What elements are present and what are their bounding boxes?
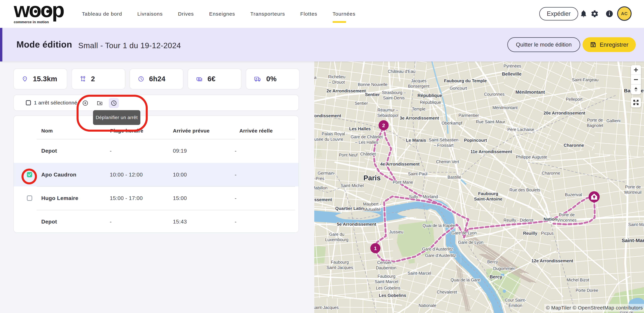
svg-text:République: République [420, 100, 441, 104]
svg-text:Gallieni: Gallieni [606, 118, 620, 123]
svg-text:Saint-Fargeau: Saint-Fargeau [572, 78, 598, 82]
svg-text:ondissement: ondissement [314, 113, 341, 118]
svg-text:Porte de: Porte de [625, 184, 641, 189]
svg-text:Pont Marie: Pont Marie [393, 180, 413, 184]
svg-text:3e Arrondissement: 3e Arrondissement [400, 116, 439, 120]
svg-text:Richelieu: Richelieu [328, 74, 346, 79]
svg-text:République: République [418, 93, 442, 98]
svg-text:Rue Saint-Maur: Rue Saint-Maur [476, 120, 505, 124]
svg-text:Saint-Paul: Saint-Paul [408, 172, 427, 176]
svg-text:Chemin Vert: Chemin Vert [436, 159, 459, 164]
svg-text:Mabillon: Mabillon [314, 186, 328, 190]
svg-text:Porte de: Porte de [559, 212, 575, 217]
svg-text:Gare d'Austerlitz: Gare d'Austerlitz [425, 253, 456, 258]
svg-text:Germain-: Germain- [318, 171, 335, 176]
svg-text:Les Gobelins: Les Gobelins [376, 286, 400, 290]
svg-text:11e Arrondissement: 11e Arrondissement [470, 149, 512, 154]
svg-text:Censier –: Censier – [377, 260, 395, 265]
svg-text:Vincennes: Vincennes [557, 218, 576, 222]
svg-text:Saint-Michel: Saint-Michel [341, 183, 364, 188]
svg-text:Reuilly - Diderot: Reuilly - Diderot [504, 218, 533, 222]
svg-text:Quartier Latin: Quartier Latin [335, 206, 364, 211]
svg-text:Saint-Marcel: Saint-Marcel [375, 279, 398, 284]
svg-text:– Froissart: – Froissart [434, 143, 454, 148]
svg-text:1: 1 [374, 246, 377, 251]
svg-text:Ba: Ba [624, 88, 630, 93]
svg-text:2: 2 [382, 122, 385, 128]
svg-text:Saint-Marcel: Saint-Marcel [408, 271, 431, 276]
svg-text:12e Arrondissement: 12e Arrondissement [531, 258, 573, 263]
svg-text:Bastille: Bastille [448, 175, 461, 180]
svg-text:commerce in motion: commerce in motion [14, 20, 49, 24]
svg-text:Bercy: Bercy [487, 260, 498, 264]
svg-text:Château d'Eau: Château d'Eau [388, 69, 416, 74]
svg-text:Bonne Nouvelle: Bonne Nouvelle [358, 82, 388, 87]
svg-text:Faubourg: Faubourg [331, 260, 349, 264]
svg-text:Faubourg du Temple: Faubourg du Temple [444, 78, 487, 83]
svg-text:Philippe Auguste: Philippe Auguste [516, 155, 547, 159]
svg-text:Goncourt: Goncourt [450, 86, 467, 90]
svg-text:Sébastopol: Sébastopol [377, 113, 398, 118]
svg-text:Gare de Lyon: Gare de Lyon [452, 230, 477, 235]
svg-text:-Prés: -Prés [314, 176, 324, 181]
svg-text:Sentier: Sentier [354, 101, 368, 106]
svg-text:Bonsergent: Bonsergent [408, 84, 430, 88]
svg-text:Gare de Lyon: Gare de Lyon [458, 240, 484, 245]
svg-text:Pyrénées: Pyrénées [504, 64, 521, 68]
svg-text:Saint-Antoine: Saint-Antoine [474, 196, 502, 202]
svg-text:Pelleport: Pelleport [566, 97, 582, 102]
svg-text:Saint-Ma: Saint-Ma [628, 222, 644, 227]
svg-text:Pont Neuf: Pont Neuf [339, 153, 358, 157]
svg-text:Montreuil: Montreuil [624, 190, 642, 194]
svg-text:Mutualité: Mutualité [364, 207, 380, 212]
svg-text:Popincourt: Popincourt [464, 138, 487, 143]
svg-text:Palais Royal -: Palais Royal - [322, 132, 348, 136]
svg-text:Saint-Mandé: Saint-Mandé [622, 238, 644, 243]
svg-text:usée du Louvre: usée du Louvre [314, 137, 343, 142]
svg-text:Nationale: Nationale [418, 303, 436, 308]
svg-text:ssement: ssement [314, 197, 332, 202]
svg-text:Reuilly: Reuilly [523, 231, 538, 236]
svg-text:Ménilmontant: Ménilmontant [492, 105, 518, 110]
svg-text:Gare de Châtelet: Gare de Châtelet [351, 134, 382, 139]
svg-text:Porte de: Porte de [587, 118, 603, 122]
svg-text:Quai de la Gare: Quai de la Gare [450, 278, 480, 282]
svg-text:Bercy: Bercy [490, 274, 502, 280]
svg-text:Saint-Sébastien: Saint-Sébastien [429, 138, 458, 142]
svg-text:et: et [641, 88, 644, 93]
svg-text:Faubourg: Faubourg [478, 191, 498, 196]
svg-text:Couronnes: Couronnes [484, 92, 504, 96]
svg-text:5e Arrondissement: 5e Arrondissement [337, 222, 376, 227]
svg-text:Temple: Temple [412, 107, 426, 111]
svg-text:Charonne: Charonne [564, 143, 584, 148]
svg-text:4e Arrondissement: 4e Arrondissement [380, 162, 420, 166]
svg-text:Bagnolet: Bagnolet [587, 123, 603, 128]
svg-text:20e Arrondissement: 20e Arrondissement [544, 110, 585, 116]
svg-text:Chevaleret: Chevaleret [437, 290, 457, 294]
svg-text:Buzenval: Buzenval [565, 192, 582, 197]
svg-text:Luxembourg: Luxembourg [325, 237, 348, 242]
svg-text:Les Gobelins: Les Gobelins [379, 293, 406, 298]
svg-text:Picpus: Picpus [541, 231, 554, 236]
svg-text:Gare du: Gare du [329, 232, 344, 236]
svg-text:Jussieu: Jussieu [389, 230, 404, 234]
svg-text:Émilion: Émilion [508, 303, 522, 308]
svg-text:Daubenton: Daubenton [376, 266, 396, 270]
svg-text:Sentier: Sentier [365, 92, 380, 97]
svg-text:Faubourg: Faubourg [378, 274, 395, 278]
svg-text:Paris: Paris [364, 174, 381, 182]
svg-text:Dugommier: Dugommier [493, 266, 515, 271]
svg-text:2e Arrondissement: 2e Arrondissement [326, 88, 366, 93]
svg-text:Maubert -: Maubert - [363, 202, 381, 206]
svg-text:Strasbourg –: Strasbourg – [382, 90, 406, 95]
svg-text:Ménilmontant: Ménilmontant [516, 90, 545, 95]
svg-text:a: a [314, 75, 316, 80]
svg-text:Michel Bizot: Michel Bizot [566, 278, 589, 282]
svg-text:Gare d'Austerlitz: Gare d'Austerlitz [422, 247, 453, 251]
svg-text:Les Halles: Les Halles [349, 126, 371, 131]
svg-text:Châtelet: Châtelet [360, 152, 376, 156]
svg-text:– Drouot: – Drouot [329, 80, 345, 84]
svg-text:Belleville: Belleville [502, 72, 522, 76]
svg-text:Réaumur –: Réaumur – [378, 108, 398, 112]
svg-text:Saint-Denis: Saint-Denis [383, 96, 404, 100]
